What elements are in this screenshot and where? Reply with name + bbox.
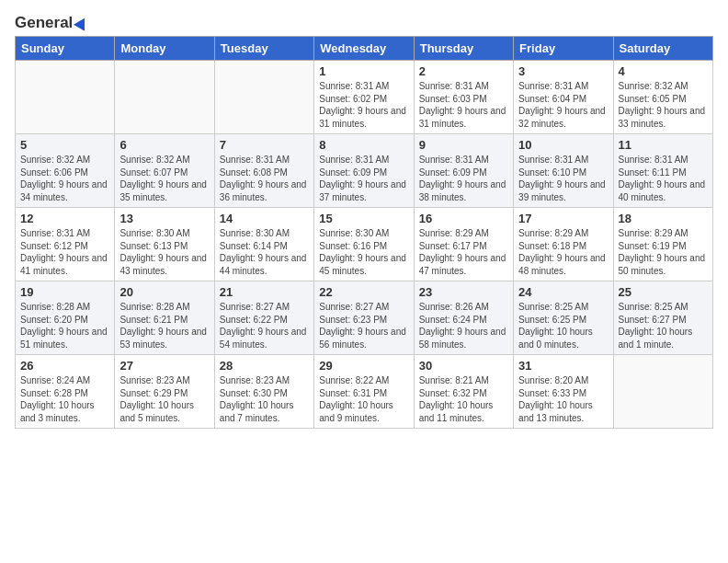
day-info: Sunrise: 8:25 AM Sunset: 6:25 PM Dayligh… — [518, 301, 608, 350]
col-header-tuesday: Tuesday — [214, 37, 313, 61]
calendar-cell — [16, 61, 115, 134]
day-info: Sunrise: 8:31 AM Sunset: 6:04 PM Dayligh… — [518, 80, 608, 130]
day-info: Sunrise: 8:30 AM Sunset: 6:13 PM Dayligh… — [119, 227, 209, 277]
calendar-cell: 29Sunrise: 8:22 AM Sunset: 6:31 PM Dayli… — [314, 355, 414, 429]
day-number: 22 — [319, 285, 408, 299]
calendar-cell: 12Sunrise: 8:31 AM Sunset: 6:12 PM Dayli… — [16, 208, 115, 282]
day-number: 27 — [119, 359, 209, 373]
day-number: 26 — [20, 359, 109, 373]
calendar-cell: 21Sunrise: 8:27 AM Sunset: 6:22 PM Dayli… — [214, 282, 313, 355]
day-info: Sunrise: 8:21 AM Sunset: 6:32 PM Dayligh… — [419, 374, 508, 424]
day-info: Sunrise: 8:31 AM Sunset: 6:09 PM Dayligh… — [419, 154, 508, 203]
day-number: 17 — [518, 212, 608, 225]
calendar-cell: 14Sunrise: 8:30 AM Sunset: 6:14 PM Dayli… — [214, 208, 313, 282]
calendar-cell: 30Sunrise: 8:21 AM Sunset: 6:32 PM Dayli… — [414, 355, 513, 429]
day-number: 13 — [119, 212, 209, 225]
day-info: Sunrise: 8:31 AM Sunset: 6:12 PM Dayligh… — [20, 227, 109, 277]
calendar-week-row: 1Sunrise: 8:31 AM Sunset: 6:02 PM Daylig… — [16, 61, 713, 134]
day-number: 29 — [319, 359, 408, 373]
logo: General — [15, 15, 88, 30]
day-info: Sunrise: 8:31 AM Sunset: 6:11 PM Dayligh… — [619, 154, 708, 203]
calendar-week-row: 19Sunrise: 8:28 AM Sunset: 6:20 PM Dayli… — [16, 282, 713, 355]
day-info: Sunrise: 8:31 AM Sunset: 6:02 PM Dayligh… — [319, 80, 408, 130]
day-number: 21 — [220, 285, 309, 299]
calendar-cell: 9Sunrise: 8:31 AM Sunset: 6:09 PM Daylig… — [414, 134, 513, 208]
day-number: 23 — [419, 285, 508, 299]
calendar-cell: 27Sunrise: 8:23 AM Sunset: 6:29 PM Dayli… — [115, 355, 214, 429]
day-number: 2 — [419, 64, 508, 78]
day-number: 11 — [619, 138, 708, 152]
day-info: Sunrise: 8:23 AM Sunset: 6:30 PM Dayligh… — [220, 374, 309, 424]
calendar-cell: 4Sunrise: 8:32 AM Sunset: 6:05 PM Daylig… — [613, 61, 712, 134]
calendar-cell: 16Sunrise: 8:29 AM Sunset: 6:17 PM Dayli… — [414, 208, 513, 282]
calendar-cell: 22Sunrise: 8:27 AM Sunset: 6:23 PM Dayli… — [314, 282, 414, 355]
day-info: Sunrise: 8:29 AM Sunset: 6:19 PM Dayligh… — [619, 227, 708, 277]
day-number: 12 — [20, 212, 109, 225]
day-number: 10 — [518, 138, 608, 152]
calendar-cell: 19Sunrise: 8:28 AM Sunset: 6:20 PM Dayli… — [16, 282, 115, 355]
calendar-cell — [214, 61, 313, 134]
calendar-cell: 15Sunrise: 8:30 AM Sunset: 6:16 PM Dayli… — [314, 208, 414, 282]
day-info: Sunrise: 8:25 AM Sunset: 6:27 PM Dayligh… — [619, 301, 708, 350]
day-info: Sunrise: 8:32 AM Sunset: 6:06 PM Dayligh… — [20, 154, 109, 203]
day-number: 8 — [319, 138, 408, 152]
calendar-cell — [613, 355, 712, 429]
calendar-cell: 23Sunrise: 8:26 AM Sunset: 6:24 PM Dayli… — [414, 282, 513, 355]
day-number: 7 — [220, 138, 309, 152]
day-number: 3 — [518, 64, 608, 78]
day-number: 1 — [319, 64, 408, 78]
calendar-cell: 28Sunrise: 8:23 AM Sunset: 6:30 PM Dayli… — [214, 355, 313, 429]
calendar-cell — [115, 61, 214, 134]
day-info: Sunrise: 8:23 AM Sunset: 6:29 PM Dayligh… — [119, 374, 209, 424]
page-header: General — [15, 15, 713, 30]
day-info: Sunrise: 8:29 AM Sunset: 6:17 PM Dayligh… — [419, 227, 508, 277]
day-info: Sunrise: 8:27 AM Sunset: 6:22 PM Dayligh… — [220, 301, 309, 350]
day-info: Sunrise: 8:28 AM Sunset: 6:21 PM Dayligh… — [119, 301, 209, 350]
col-header-wednesday: Wednesday — [314, 37, 414, 61]
calendar-cell: 2Sunrise: 8:31 AM Sunset: 6:03 PM Daylig… — [414, 61, 513, 134]
calendar-table: SundayMondayTuesdayWednesdayThursdayFrid… — [15, 36, 713, 429]
day-info: Sunrise: 8:22 AM Sunset: 6:31 PM Dayligh… — [319, 374, 408, 424]
day-info: Sunrise: 8:31 AM Sunset: 6:03 PM Dayligh… — [419, 80, 508, 130]
calendar-cell: 26Sunrise: 8:24 AM Sunset: 6:28 PM Dayli… — [16, 355, 115, 429]
calendar-cell: 3Sunrise: 8:31 AM Sunset: 6:04 PM Daylig… — [514, 61, 613, 134]
day-number: 24 — [518, 285, 608, 299]
day-number: 20 — [119, 285, 209, 299]
day-number: 31 — [518, 359, 608, 373]
day-number: 16 — [419, 212, 508, 225]
day-number: 18 — [619, 212, 708, 225]
day-number: 30 — [419, 359, 508, 373]
logo-line1: General — [15, 15, 88, 30]
day-number: 9 — [419, 138, 508, 152]
calendar-cell: 11Sunrise: 8:31 AM Sunset: 6:11 PM Dayli… — [613, 134, 712, 208]
calendar-cell: 13Sunrise: 8:30 AM Sunset: 6:13 PM Dayli… — [115, 208, 214, 282]
calendar-cell: 1Sunrise: 8:31 AM Sunset: 6:02 PM Daylig… — [314, 61, 414, 134]
day-number: 15 — [319, 212, 408, 225]
day-info: Sunrise: 8:31 AM Sunset: 6:10 PM Dayligh… — [518, 154, 608, 203]
day-number: 6 — [119, 138, 209, 152]
col-header-friday: Friday — [514, 37, 613, 61]
day-number: 5 — [20, 138, 109, 152]
day-number: 28 — [220, 359, 309, 373]
col-header-sunday: Sunday — [16, 37, 115, 61]
day-info: Sunrise: 8:24 AM Sunset: 6:28 PM Dayligh… — [20, 374, 109, 424]
col-header-thursday: Thursday — [414, 37, 513, 61]
day-number: 19 — [20, 285, 109, 299]
col-header-saturday: Saturday — [613, 37, 712, 61]
calendar-cell: 5Sunrise: 8:32 AM Sunset: 6:06 PM Daylig… — [16, 134, 115, 208]
day-info: Sunrise: 8:30 AM Sunset: 6:14 PM Dayligh… — [220, 227, 309, 277]
day-info: Sunrise: 8:29 AM Sunset: 6:18 PM Dayligh… — [518, 227, 608, 277]
day-info: Sunrise: 8:32 AM Sunset: 6:07 PM Dayligh… — [119, 154, 209, 203]
calendar-cell: 7Sunrise: 8:31 AM Sunset: 6:08 PM Daylig… — [214, 134, 313, 208]
day-number: 25 — [619, 285, 708, 299]
calendar-cell: 31Sunrise: 8:20 AM Sunset: 6:33 PM Dayli… — [514, 355, 613, 429]
col-header-monday: Monday — [115, 37, 214, 61]
day-info: Sunrise: 8:26 AM Sunset: 6:24 PM Dayligh… — [419, 301, 508, 350]
calendar-week-row: 12Sunrise: 8:31 AM Sunset: 6:12 PM Dayli… — [16, 208, 713, 282]
calendar-cell: 10Sunrise: 8:31 AM Sunset: 6:10 PM Dayli… — [514, 134, 613, 208]
calendar-cell: 25Sunrise: 8:25 AM Sunset: 6:27 PM Dayli… — [613, 282, 712, 355]
day-number: 14 — [220, 212, 309, 225]
logo-icon — [74, 15, 90, 30]
calendar-week-row: 26Sunrise: 8:24 AM Sunset: 6:28 PM Dayli… — [16, 355, 713, 429]
calendar-cell: 17Sunrise: 8:29 AM Sunset: 6:18 PM Dayli… — [514, 208, 613, 282]
